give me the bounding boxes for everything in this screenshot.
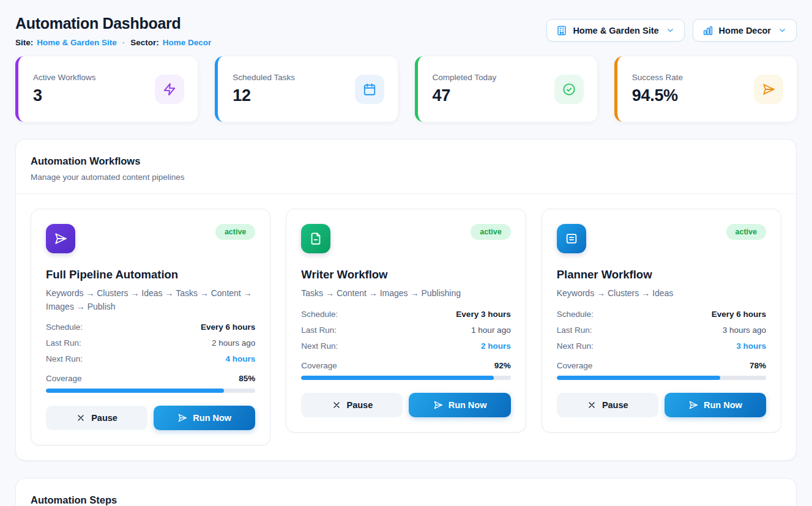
workflows-section-subtitle: Manage your automated content pipelines [31,173,781,182]
coverage-value: 78% [750,361,766,370]
next-run-label: Next Run: [557,341,594,351]
next-run-value: 3 hours [736,341,766,351]
workflow-title: Full Pipeline Automation [46,268,255,281]
workflow-details: Schedule: Every 6 hours Last Run: 2 hour… [46,322,255,363]
run-now-button[interactable]: Run Now [409,393,510,417]
coverage-progressbar [301,376,510,380]
next-run-label: Next Run: [301,341,338,351]
stat-card: Active Workflows 3 [15,56,198,122]
steps-section-title: Automation Steps [31,494,781,506]
schedule-row: Schedule: Every 3 hours [301,310,510,319]
send-icon [433,400,443,410]
coverage-value: 85% [239,374,255,383]
stat-value: 47 [433,86,497,105]
coverage-block: Coverage 92% [301,361,510,380]
last-run-row: Last Run: 2 hours ago [46,338,255,348]
workflow-actions: Pause Run Now [301,393,510,417]
workflow-cards-grid: active Full Pipeline Automation Keywords… [16,194,796,460]
last-run-label: Last Run: [46,338,81,348]
next-run-label: Next Run: [46,354,83,363]
send-icon [46,224,75,253]
circle-check-icon [554,75,584,104]
workflow-card-top: active [301,224,510,253]
workflow-card: active Planner Workflow Keywords → Clust… [542,209,781,433]
coverage-progress-fill [46,389,224,393]
stat-text: Scheduled Tasks 12 [233,73,295,105]
stat-card: Completed Today 47 [415,56,597,122]
zap-icon [155,75,184,104]
workflows-section-title: Automation Workflows [31,155,781,167]
next-run-value: 2 hours [481,341,511,351]
stat-label: Scheduled Tasks [233,73,295,82]
stat-text: Completed Today 47 [433,73,497,105]
workflow-pipeline: Keywords → Clusters → Ideas → Tasks → Co… [46,287,255,313]
stat-label: Active Workflows [33,73,96,82]
sector-link[interactable]: Home Decor [163,38,212,47]
x-icon [332,400,341,410]
stat-value: 12 [233,86,295,105]
x-icon [76,413,86,423]
status-badge: active [726,224,766,240]
calendar-icon [355,75,384,104]
stat-label: Success Rate [632,73,683,82]
workflow-actions: Pause Run Now [46,406,255,430]
next-run-row: Next Run: 2 hours [301,341,510,351]
workflow-title: Writer Workflow [301,268,510,281]
building-icon [556,25,567,36]
last-run-label: Last Run: [301,326,337,335]
coverage-progress-fill [557,376,720,380]
x-icon [587,400,597,410]
run-now-button-label: Run Now [449,400,487,410]
run-now-button-label: Run Now [193,413,231,423]
automation-dashboard-page: Automation Dashboard Site: Home & Garden… [0,0,812,506]
coverage-progress-fill [301,376,494,380]
steps-panel: Automation Steps Configure which steps a… [15,478,797,506]
coverage-label: Coverage [557,361,593,370]
sector-selector-dropdown[interactable]: Home Decor [693,19,797,42]
next-run-value: 4 hours [226,354,256,363]
breadcrumb-separator: · [122,38,125,47]
schedule-row: Schedule: Every 6 hours [46,322,255,332]
stat-value: 3 [33,86,96,105]
page-header: Automation Dashboard Site: Home & Garden… [15,15,797,47]
workflows-panel-header: Automation Workflows Manage your automat… [16,140,796,194]
pause-button-label: Pause [91,413,117,423]
pause-button[interactable]: Pause [557,393,658,417]
last-run-value: 3 hours ago [723,326,766,335]
pause-button-label: Pause [347,400,373,410]
title-block: Automation Dashboard Site: Home & Garden… [15,15,211,47]
workflow-details: Schedule: Every 3 hours Last Run: 1 hour… [301,310,510,351]
workflow-card: active Full Pipeline Automation Keywords… [31,209,270,445]
status-badge: active [471,224,510,240]
list-icon [557,224,586,253]
pause-button[interactable]: Pause [46,406,147,430]
send-icon [688,400,698,410]
workflows-panel: Automation Workflows Manage your automat… [15,139,797,461]
breadcrumb: Site: Home & Garden Site · Sector: Home … [15,38,211,47]
file-icon [301,224,330,253]
sector-selector-label: Home Decor [719,26,771,35]
workflow-card-top: active [557,224,766,253]
run-now-button[interactable]: Run Now [154,406,255,430]
site-link[interactable]: Home & Garden Site [37,38,117,47]
site-selector-label: Home & Garden Site [573,26,658,35]
steps-panel-header: Automation Steps Configure which steps a… [16,478,796,506]
workflow-card: active Writer Workflow Tasks → Content →… [286,209,526,433]
site-selector-dropdown[interactable]: Home & Garden Site [546,19,684,42]
sector-label: Sector: [130,38,159,47]
coverage-progressbar [46,389,255,393]
coverage-row: Coverage 85% [46,374,255,383]
workflow-actions: Pause Run Now [557,393,766,417]
chevron-down-icon [666,26,675,35]
schedule-row: Schedule: Every 6 hours [557,310,766,319]
header-selectors: Home & Garden Site Home Decor [546,19,797,42]
run-now-button[interactable]: Run Now [665,393,766,417]
page-title: Automation Dashboard [15,15,211,32]
stat-value: 94.5% [632,86,683,105]
coverage-value: 92% [494,361,511,370]
pause-button-label: Pause [602,400,628,410]
pause-button[interactable]: Pause [301,393,403,417]
schedule-label: Schedule: [301,310,338,319]
schedule-value: Every 6 hours [201,322,255,332]
last-run-row: Last Run: 3 hours ago [557,326,766,335]
